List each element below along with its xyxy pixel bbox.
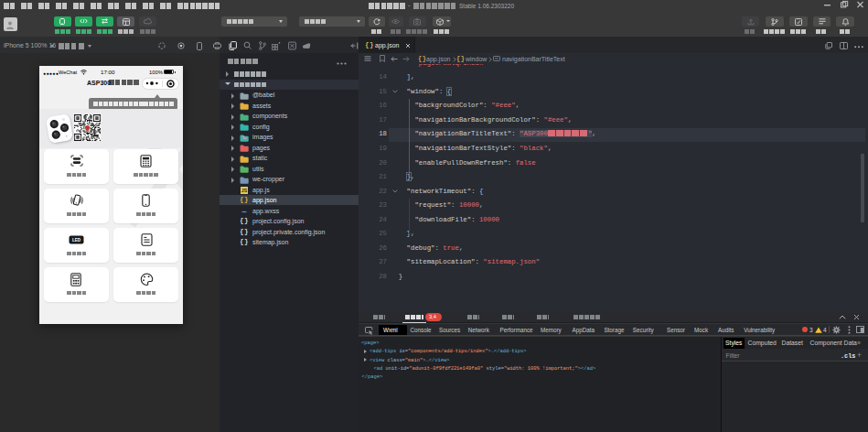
svg-text:∼: ∼: [241, 208, 247, 216]
svg-text:LED: LED: [72, 238, 81, 243]
svg-text:JS: JS: [241, 189, 248, 194]
